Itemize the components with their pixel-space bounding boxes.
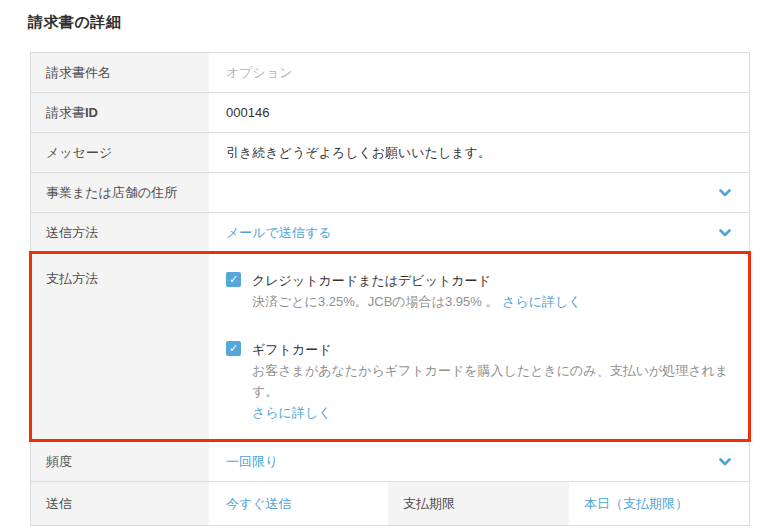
payment-option-card: ✓ クレジットカードまたはデビットカード 決済ごとに3.25%。JCBの場合は3… bbox=[226, 270, 734, 312]
row-invoice-subject: 請求書件名 bbox=[31, 53, 749, 93]
chevron-down-icon[interactable] bbox=[719, 229, 731, 237]
row-invoice-id: 請求書ID 000146 bbox=[31, 93, 749, 133]
invoice-id-value: 000146 bbox=[226, 105, 269, 120]
delivery-method-label: 送信方法 bbox=[31, 213, 209, 252]
payment-method-options: ✓ クレジットカードまたはデビットカード 決済ごとに3.25%。JCBの場合は3… bbox=[209, 253, 749, 441]
row-payment-method: 支払方法 ✓ クレジットカードまたはデビットカード 決済ごとに3.25%。JCB… bbox=[31, 253, 749, 442]
payment-due-value[interactable]: 本日（支払期限） bbox=[584, 495, 688, 513]
giftcard-option-title: ギフトカード bbox=[252, 339, 734, 360]
send-timing-value[interactable]: 今すぐ送信 bbox=[226, 495, 292, 513]
payment-due-label: 支払期限 bbox=[388, 482, 569, 525]
invoice-details-form: 請求書件名 請求書ID 000146 メッセージ 引き続きどうぞよろしくお願いい… bbox=[30, 52, 750, 526]
card-option-title: クレジットカードまたはデビットカード bbox=[252, 270, 582, 291]
message-value[interactable]: 引き続きどうぞよろしくお願いいたします。 bbox=[226, 144, 491, 162]
frequency-value-cell[interactable]: 一回限り bbox=[209, 442, 749, 481]
card-fee-text: 決済ごとに3.25%。JCBの場合は3.95% 。 bbox=[252, 294, 498, 309]
card-option-texts: クレジットカードまたはデビットカード 決済ごとに3.25%。JCBの場合は3.9… bbox=[252, 270, 582, 312]
row-send: 送信 今すぐ送信 支払期限 本日（支払期限） bbox=[31, 482, 749, 525]
card-checkbox[interactable]: ✓ bbox=[226, 272, 241, 287]
row-business-address: 事業または店舗の住所 bbox=[31, 173, 749, 213]
invoice-id-label-suffix: ID bbox=[85, 105, 98, 120]
business-address-label: 事業または店舗の住所 bbox=[31, 173, 209, 212]
message-label: メッセージ bbox=[31, 133, 209, 172]
row-delivery-method: 送信方法 メールで送信する bbox=[31, 213, 749, 253]
invoice-subject-input[interactable] bbox=[226, 65, 734, 80]
invoice-subject-label: 請求書件名 bbox=[31, 53, 209, 92]
row-frequency: 頻度 一回限り bbox=[31, 442, 749, 482]
send-label: 送信 bbox=[31, 482, 209, 525]
delivery-method-value-cell[interactable]: メールで送信する bbox=[209, 213, 749, 252]
invoice-id-label: 請求書ID bbox=[31, 93, 209, 132]
frequency-label: 頻度 bbox=[31, 442, 209, 481]
giftcard-checkbox[interactable]: ✓ bbox=[226, 341, 241, 356]
card-learn-more-link[interactable]: さらに詳しく bbox=[502, 294, 582, 309]
card-option-description: 決済ごとに3.25%。JCBの場合は3.95% 。 さらに詳しく bbox=[252, 291, 582, 312]
row-message: メッセージ 引き続きどうぞよろしくお願いいたします。 bbox=[31, 133, 749, 173]
chevron-down-icon[interactable] bbox=[719, 189, 731, 197]
business-address-value-cell[interactable] bbox=[209, 173, 749, 212]
frequency-value[interactable]: 一回限り bbox=[226, 453, 278, 471]
giftcard-option-description: お客さまがあなたからギフトカードを購入したときにのみ、支払いが処理されます。さら… bbox=[252, 360, 734, 423]
giftcard-option-texts: ギフトカード お客さまがあなたからギフトカードを購入したときにのみ、支払いが処理… bbox=[252, 339, 734, 423]
message-value-cell[interactable]: 引き続きどうぞよろしくお願いいたします。 bbox=[209, 133, 749, 172]
invoice-id-value-cell: 000146 bbox=[209, 93, 749, 132]
giftcard-learn-more-link[interactable]: さらに詳しく bbox=[252, 402, 734, 423]
invoice-details-page: 請求書の詳細 請求書件名 請求書ID 000146 メッセージ 引き続きどうぞよ… bbox=[0, 0, 782, 531]
payment-option-giftcard: ✓ ギフトカード お客さまがあなたからギフトカードを購入したときにのみ、支払いが… bbox=[226, 339, 734, 423]
page-title: 請求書の詳細 bbox=[28, 13, 121, 32]
delivery-method-value[interactable]: メールで送信する bbox=[226, 224, 332, 242]
chevron-down-icon[interactable] bbox=[719, 458, 731, 466]
payment-due-value-cell[interactable]: 本日（支払期限） bbox=[569, 482, 749, 525]
payment-method-label: 支払方法 bbox=[31, 253, 209, 441]
giftcard-desc-text: お客さまがあなたからギフトカードを購入したときにのみ、支払いが処理されます。 bbox=[252, 363, 728, 399]
invoice-subject-value-cell bbox=[209, 53, 749, 92]
send-timing-value-cell[interactable]: 今すぐ送信 bbox=[209, 482, 388, 525]
invoice-id-label-prefix: 請求書 bbox=[46, 104, 85, 122]
